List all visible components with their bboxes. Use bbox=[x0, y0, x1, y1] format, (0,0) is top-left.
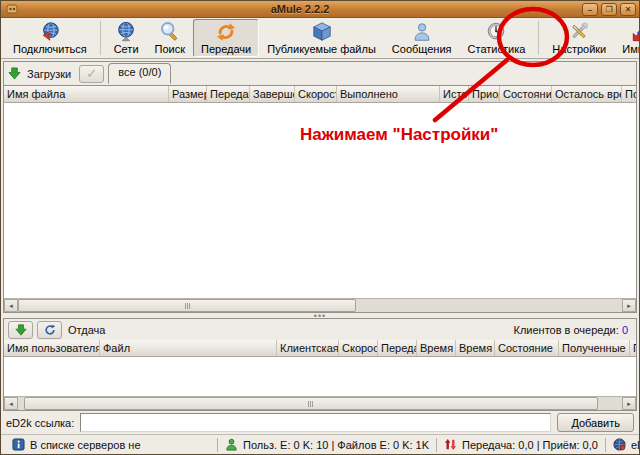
downloads-table-header: Имя файлаРазмерПереданЗавершеСкоростВыпо… bbox=[4, 86, 636, 103]
downloads-list bbox=[4, 103, 636, 298]
column-header-8[interactable]: Состояни bbox=[500, 86, 552, 102]
column-header-3[interactable]: Скорост bbox=[339, 340, 378, 356]
statistics-clock-icon bbox=[485, 21, 507, 43]
server-status-text: В списке серверов не bbox=[30, 439, 141, 451]
downloads-panel: Загрузки ✓ все (0/0) Имя файлаРазмерПере… bbox=[3, 61, 637, 313]
uploads-list bbox=[4, 357, 636, 396]
ed2k-label: eD2k ссылка: bbox=[6, 417, 74, 429]
networks-button[interactable]: Сети bbox=[106, 19, 147, 57]
uploads-title: Отдача bbox=[68, 324, 105, 336]
server-status-segment: В списке серверов не bbox=[5, 438, 217, 451]
networks-label: Сети bbox=[114, 43, 139, 55]
connect-button[interactable]: Подключиться bbox=[5, 19, 95, 57]
networks-globe-icon bbox=[115, 21, 137, 43]
queue-count: 0 bbox=[622, 324, 628, 336]
preferences-label: Настройки bbox=[552, 43, 606, 55]
downloads-section-bar: Загрузки ✓ все (0/0) bbox=[4, 62, 636, 86]
messages-person-icon bbox=[411, 21, 433, 43]
column-header-9[interactable]: Осталось врем bbox=[552, 86, 622, 102]
scroll-left-icon[interactable]: ◂ bbox=[4, 299, 18, 312]
maximize-button[interactable]: ❐ bbox=[601, 3, 617, 16]
shared-files-label: Публикуемые файлы bbox=[267, 43, 376, 55]
import-button[interactable]: Импорт bbox=[614, 19, 640, 57]
app-icon bbox=[6, 3, 18, 15]
uploads-hscrollbar[interactable]: ◂ ▸ bbox=[4, 396, 636, 410]
column-header-2[interactable]: Передан bbox=[207, 86, 250, 102]
import-arrows-icon bbox=[631, 21, 640, 43]
connect-globe-icon bbox=[39, 21, 61, 43]
column-header-2[interactable]: Клиентская п bbox=[277, 340, 339, 356]
column-header-4[interactable]: Передан bbox=[378, 340, 417, 356]
download-arrow-icon bbox=[15, 324, 27, 336]
uploads-panel: Отдача Клиентов в очереди: 0 Имя пользов… bbox=[3, 318, 637, 411]
status-bar: В списке серверов не Польз. E: 0 K: 10 |… bbox=[1, 434, 639, 454]
download-arrow-icon bbox=[8, 67, 21, 80]
transfer-rate-icon bbox=[444, 438, 457, 451]
column-header-0[interactable]: Имя файла bbox=[4, 86, 169, 102]
column-header-7[interactable]: Приори bbox=[469, 86, 500, 102]
scroll-left-icon[interactable]: ◂ bbox=[4, 397, 18, 410]
check-icon: ✓ bbox=[86, 66, 97, 81]
messages-button[interactable]: Сообщения bbox=[384, 19, 460, 57]
column-header-4[interactable]: Скорост bbox=[295, 86, 337, 102]
titlebar: aMule 2.2.2 – ❐ ✕ bbox=[1, 1, 639, 18]
column-header-6[interactable]: Время з bbox=[456, 340, 495, 356]
window-title: aMule 2.2.2 bbox=[18, 3, 582, 15]
users-files-text: Польз. E: 0 K: 10 | Файлов E: 0 K: 1K bbox=[243, 439, 429, 451]
statistics-button[interactable]: Статистика bbox=[460, 19, 534, 57]
downloads-title: Загрузки bbox=[27, 68, 71, 80]
shared-files-button[interactable]: Публикуемые файлы bbox=[259, 19, 384, 57]
transfer-rate-segment: Передача: 0,0 | Приём: 0,0 bbox=[437, 438, 605, 451]
search-icon bbox=[159, 21, 181, 43]
search-label: Поиск bbox=[155, 43, 185, 55]
column-header-6[interactable]: Источ bbox=[440, 86, 469, 102]
network-status-segment: eD2k: не соединено | Kad: Выключено bbox=[606, 438, 639, 451]
column-header-7[interactable]: Состояние bbox=[495, 340, 559, 356]
scroll-right-icon[interactable]: ▸ bbox=[622, 397, 636, 410]
column-header-5[interactable]: Время о bbox=[417, 340, 456, 356]
toolbar-separator bbox=[100, 21, 101, 55]
preferences-button[interactable]: Настройки bbox=[544, 19, 614, 57]
refresh-icon bbox=[44, 324, 56, 336]
column-header-9[interactable]: П bbox=[630, 340, 636, 356]
info-icon bbox=[12, 438, 25, 451]
users-files-segment: Польз. E: 0 K: 10 | Файлов E: 0 K: 1K bbox=[218, 438, 436, 451]
close-button[interactable]: ✕ bbox=[620, 3, 636, 16]
shared-files-cube-icon bbox=[311, 21, 333, 43]
network-status-text: eD2k: не соединено | Kad: Выключено bbox=[631, 439, 639, 451]
search-button[interactable]: Поиск bbox=[147, 19, 193, 57]
preferences-tools-icon bbox=[568, 21, 590, 43]
clear-completed-button[interactable]: ✓ bbox=[79, 65, 104, 83]
toolbar-separator bbox=[538, 21, 539, 55]
minimize-button[interactable]: – bbox=[582, 3, 598, 16]
scrollbar-thumb[interactable] bbox=[24, 397, 598, 410]
transfers-button[interactable]: Передачи bbox=[193, 19, 259, 57]
column-header-5[interactable]: Выполнено bbox=[337, 86, 440, 102]
transfers-label: Передачи bbox=[201, 43, 251, 55]
ed2k-link-bar: eD2k ссылка: Добавить bbox=[1, 411, 639, 434]
column-header-8[interactable]: Полученные ч bbox=[559, 340, 630, 356]
uploads-refresh-button[interactable] bbox=[37, 321, 62, 339]
uploads-table-header: Имя пользователяФайлКлиентская пСкоростП… bbox=[4, 340, 636, 357]
column-header-0[interactable]: Имя пользователя bbox=[4, 340, 100, 356]
column-header-1[interactable]: Размер bbox=[169, 86, 207, 102]
uploads-toggle-button[interactable] bbox=[8, 321, 33, 339]
transfer-rate-text: Передача: 0,0 | Приём: 0,0 bbox=[462, 439, 598, 451]
ed2k-link-input[interactable] bbox=[80, 413, 551, 432]
queue-status: Клиентов в очереди: 0 bbox=[513, 324, 632, 336]
transfers-icon bbox=[215, 21, 237, 43]
amule-window: aMule 2.2.2 – ❐ ✕ Подключиться bbox=[0, 0, 640, 455]
messages-label: Сообщения bbox=[392, 43, 452, 55]
scroll-right-icon[interactable]: ▸ bbox=[622, 299, 636, 312]
add-link-button[interactable]: Добавить bbox=[557, 413, 634, 432]
uploads-section-bar: Отдача Клиентов в очереди: 0 bbox=[4, 319, 636, 340]
column-header-3[interactable]: Заверше bbox=[250, 86, 295, 102]
users-icon bbox=[225, 438, 238, 451]
scrollbar-thumb[interactable] bbox=[18, 299, 356, 312]
column-header-10[interactable]: По bbox=[622, 86, 636, 102]
import-label: Импорт bbox=[622, 43, 640, 55]
downloads-tab-all[interactable]: все (0/0) bbox=[108, 63, 171, 84]
downloads-hscrollbar[interactable]: ◂ ▸ bbox=[4, 298, 636, 312]
column-header-1[interactable]: Файл bbox=[100, 340, 277, 356]
statistics-label: Статистика bbox=[468, 43, 526, 55]
